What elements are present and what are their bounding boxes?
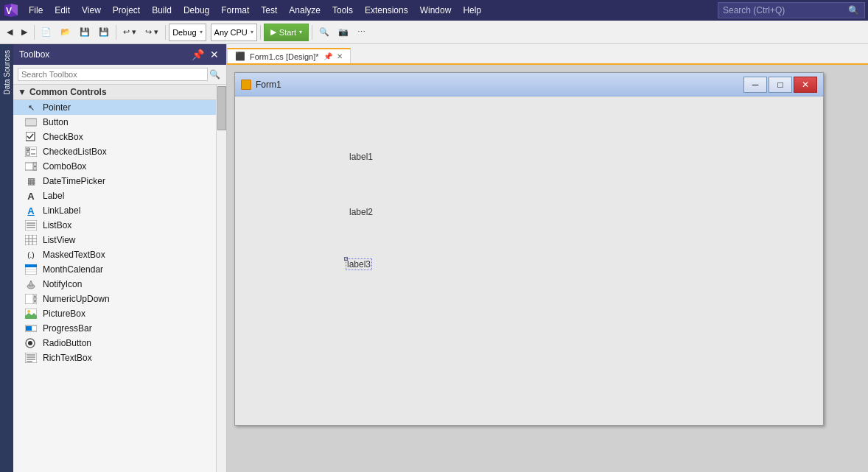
form-maximize-btn[interactable]: □ xyxy=(769,77,792,93)
toolbox-item-checkedlistbox[interactable]: CheckedListBox xyxy=(13,144,216,159)
toolbox-item-label: ListView xyxy=(43,235,75,245)
svg-rect-22 xyxy=(25,264,37,267)
toolbar-redo-btn[interactable]: ↪ ▾ xyxy=(141,24,162,41)
tab-icon: ⬛ xyxy=(235,52,245,61)
form-label-2[interactable]: label2 xyxy=(349,207,373,217)
menu-search-input[interactable] xyxy=(723,5,848,15)
toolbar-more-btn[interactable]: ⋯ xyxy=(354,24,369,41)
toolbar-forward-btn[interactable]: ▶ xyxy=(18,24,31,41)
toolbox-item-listview[interactable]: ListView xyxy=(13,233,216,247)
toolbar-save-all-btn[interactable]: 💾 xyxy=(95,24,113,41)
run-dropdown-arrow: ▾ xyxy=(299,29,302,35)
form-title-area: Form1 xyxy=(241,80,281,90)
toolbox-item-listbox[interactable]: ListBox xyxy=(13,218,216,233)
toolbox-item-label: ComboBox xyxy=(43,161,86,172)
menu-edit[interactable]: Edit xyxy=(49,3,75,18)
toolbar-sep-1 xyxy=(34,25,35,40)
toolbar-back-btn[interactable]: ◀ xyxy=(3,24,16,41)
toolbox-close-btn[interactable]: ✕ xyxy=(209,49,220,60)
radiobutton-icon xyxy=(25,337,37,349)
toolbox-item-progressbar[interactable]: ProgressBar xyxy=(13,321,216,336)
listview-icon xyxy=(25,234,37,246)
scrollbar-thumb[interactable] xyxy=(217,86,226,130)
svg-point-31 xyxy=(27,310,30,313)
toolbox-item-numericupdown[interactable]: NumericUpDown xyxy=(13,292,216,306)
toolbox-item-notifyicon[interactable]: NotifyIcon xyxy=(13,277,216,292)
toolbox-panel: Toolbox 📌 ✕ 🔍 ▼ Common Controls Pointer xyxy=(13,44,227,472)
toolbox-search-input[interactable] xyxy=(18,68,208,81)
toolbar-open-btn[interactable]: 📂 xyxy=(57,24,74,41)
data-sources-strip[interactable]: Data Sources xyxy=(1,47,13,98)
tab-close-btn[interactable]: ✕ xyxy=(337,52,343,60)
form-close-btn[interactable]: ✕ xyxy=(794,77,817,93)
listbox-icon xyxy=(25,219,37,231)
button-icon xyxy=(25,116,37,128)
toolbar-search-btn[interactable]: 🔍 xyxy=(315,24,333,41)
tab-form1-design[interactable]: ⬛ Form1.cs [Design]* 📌 ✕ xyxy=(227,48,351,63)
svg-rect-33 xyxy=(26,326,32,331)
toolbox-pin-btn[interactable]: 📌 xyxy=(190,49,206,60)
menu-extensions[interactable]: Extensions xyxy=(360,3,413,18)
run-button[interactable]: ▶ Start ▾ xyxy=(264,24,309,41)
toolbox-scrollbar[interactable] xyxy=(216,85,226,472)
menu-file[interactable]: File xyxy=(24,3,48,18)
menu-window[interactable]: Window xyxy=(415,3,457,18)
menu-format[interactable]: Format xyxy=(216,3,254,18)
form-title-text: Form1 xyxy=(256,80,281,90)
form-body[interactable]: label1 label2 label3 xyxy=(235,96,823,425)
toolbox-item-pointer[interactable]: Pointer xyxy=(13,100,216,115)
form-label-1-text: label1 xyxy=(349,152,373,162)
toolbox-item-richtextbox[interactable]: RichTextBox xyxy=(13,351,216,365)
toolbox-item-label: NumericUpDown xyxy=(43,294,110,304)
toolbox-item-datetimepicker[interactable]: DateTimePicker xyxy=(13,174,216,189)
design-surface[interactable]: Form1 ─ □ ✕ label1 label2 xyxy=(227,65,868,472)
tab-bar: ⬛ Form1.cs [Design]* 📌 ✕ xyxy=(227,44,868,65)
menu-test[interactable]: Test xyxy=(256,3,282,18)
toolbox-item-monthcalendar[interactable]: MonthCalendar xyxy=(13,262,216,277)
toolbox-search-icon[interactable]: 🔍 xyxy=(208,69,222,80)
menu-project[interactable]: Project xyxy=(108,3,145,18)
menu-analyze[interactable]: Analyze xyxy=(284,3,326,18)
svg-rect-3 xyxy=(25,119,37,126)
toolbar-camera-btn[interactable]: 📷 xyxy=(335,24,352,41)
form-label-1[interactable]: label1 xyxy=(349,152,373,162)
toolbar-sep-3 xyxy=(165,25,166,40)
toolbox-item-label: LinkLabel xyxy=(43,205,80,216)
toolbox-list: ▼ Common Controls Pointer Button xyxy=(13,85,216,472)
toolbox-item-picturebox[interactable]: PictureBox xyxy=(13,306,216,321)
toolbox-item-label[interactable]: Label xyxy=(13,189,216,203)
menu-tools[interactable]: Tools xyxy=(327,3,358,18)
toolbox-item-linklabel[interactable]: LinkLabel xyxy=(13,203,216,218)
menu-search-box[interactable]: 🔍 xyxy=(718,2,865,18)
svg-rect-16 xyxy=(25,235,37,245)
toolbox-section-common-controls[interactable]: ▼ Common Controls xyxy=(13,85,216,100)
toolbox-item-combobox[interactable]: ComboBox xyxy=(13,159,216,174)
form-label-3[interactable]: label3 xyxy=(346,258,372,270)
toolbar-undo-btn[interactable]: ↩ ▾ xyxy=(119,24,140,41)
menu-debug[interactable]: Debug xyxy=(178,3,214,18)
toolbox-item-radiobutton[interactable]: RadioButton xyxy=(13,336,216,351)
form-minimize-btn[interactable]: ─ xyxy=(743,77,767,93)
checkbox-icon xyxy=(25,131,37,143)
debug-mode-label: Debug xyxy=(172,28,196,37)
toolbar-new-btn[interactable]: 📄 xyxy=(38,24,55,41)
maskedtextbox-icon xyxy=(25,249,37,261)
menu-view[interactable]: View xyxy=(77,3,106,18)
toolbar-sep-5 xyxy=(312,25,312,40)
toolbox-item-checkbox[interactable]: CheckBox xyxy=(13,130,216,144)
datetimepicker-icon xyxy=(25,175,37,187)
menu-help[interactable]: Help xyxy=(458,3,486,18)
label3-resize-handle[interactable] xyxy=(344,257,348,261)
toolbox-item-maskedtextbox[interactable]: MaskedTextBox xyxy=(13,247,216,262)
svg-rect-8 xyxy=(27,152,29,155)
run-icon: ▶ xyxy=(270,27,276,37)
svg-marker-26 xyxy=(29,281,33,286)
menu-build[interactable]: Build xyxy=(147,3,177,18)
toolbar-save-btn[interactable]: 💾 xyxy=(76,24,94,41)
toolbox-item-label: RichTextBox xyxy=(43,353,92,363)
toolbox-item-button[interactable]: Button xyxy=(13,115,216,130)
tab-pin-icon[interactable]: 📌 xyxy=(323,52,332,60)
debug-mode-dropdown[interactable]: Debug ▾ xyxy=(169,24,206,41)
toolbox-item-label: ListBox xyxy=(43,220,71,230)
platform-dropdown[interactable]: Any CPU ▾ xyxy=(211,24,257,41)
